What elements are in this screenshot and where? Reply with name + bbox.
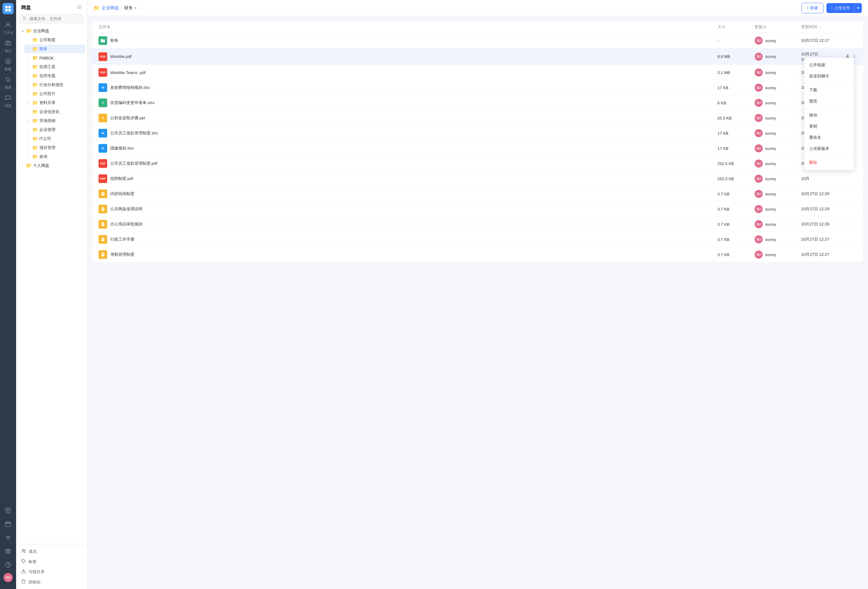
file-size: 3.7 KB (717, 192, 754, 196)
context-menu-rename[interactable]: 重命名 (804, 132, 854, 143)
sidebar-item-photos[interactable]: › 📁 公司照片 (24, 90, 85, 98)
sidebar-item-project[interactable]: 项目 (0, 37, 16, 56)
sidebar-label: 财务 (39, 46, 81, 52)
icon-bar-help[interactable] (3, 559, 13, 570)
context-menu-send-chat[interactable]: 发送到聊天 (804, 71, 854, 82)
sidebar-item-contracts[interactable]: › 📁 合同专题 (24, 72, 85, 80)
context-menu-download[interactable]: 下载 (804, 84, 854, 96)
file-name[interactable]: 内部转岗制度 (110, 191, 134, 197)
sidebar-collapse-icon[interactable] (77, 4, 82, 11)
message-icon (5, 95, 11, 103)
file-name[interactable]: 公积金提取步骤.ppt (110, 115, 145, 121)
sort-icon[interactable]: ↓ (819, 25, 821, 29)
file-updater: SU sunny (754, 114, 801, 122)
context-menu-preview[interactable]: 预览 (804, 96, 854, 107)
icon-bar-list[interactable] (3, 532, 13, 543)
sidebar-item-marketing[interactable]: › 📁 市场营销 (24, 116, 85, 125)
file-name[interactable]: 公共网盘使用说明 (110, 206, 143, 212)
sidebar-item-company-rules[interactable]: › 📁 公司制度 (24, 35, 85, 44)
upload-dropdown-button[interactable]: ▾ (855, 3, 862, 13)
file-update-time: 10月27日 12:29 (801, 206, 857, 212)
sidebar-label: 应用工具 (39, 64, 81, 70)
file-name[interactable]: 考勤管理制度 (110, 252, 134, 257)
sidebar-item-it-info[interactable]: › 📁 企业信息化 (24, 107, 85, 116)
file-name[interactable]: 财务 (110, 38, 118, 43)
icon-bar-cube[interactable] (3, 546, 13, 557)
updater-avatar: SU (754, 129, 763, 137)
file-name[interactable]: 办公用品审批规则 (110, 221, 143, 227)
folder-icon: 📁 (32, 136, 38, 141)
context-menu-public-link[interactable]: 公开链接 (804, 59, 854, 71)
file-size: 3.1 MB (717, 70, 754, 75)
updater-avatar: SU (754, 159, 763, 168)
sidebar-personal-root[interactable]: › 📁 个人网盘 (18, 161, 85, 170)
new-button[interactable]: + 新建 (802, 3, 824, 13)
file-name[interactable]: Worktile.pdf (110, 54, 131, 59)
sidebar-item-resources[interactable]: › 📁 资料共享 (24, 99, 85, 107)
file-name[interactable]: 团建规则.doc (110, 146, 134, 151)
svg-point-11 (8, 566, 8, 567)
file-name-cell: 行政工作手册 (99, 235, 717, 244)
user-avatar[interactable]: SU (3, 573, 13, 582)
breadcrumb-folder-icon: 📁 (93, 5, 100, 11)
chevron-right-icon: › (27, 56, 31, 60)
sidebar-shared[interactable]: 与我共享 (16, 567, 87, 577)
updater-name: sunny (765, 70, 776, 75)
personal-folder-icon: 📁 (26, 163, 32, 168)
breadcrumb-root[interactable]: 企业网盘 (102, 5, 119, 11)
breadcrumb-dropdown-icon[interactable]: ▾ (135, 6, 137, 10)
file-updater: SU sunny (754, 144, 801, 152)
sidebar-label: 项目管理 (39, 145, 81, 150)
file-name[interactable]: 公司员工借款管理制度.doc (110, 130, 158, 136)
updater-avatar: SU (754, 250, 763, 259)
divider (804, 83, 854, 83)
sidebar-members[interactable]: 成员 (16, 546, 87, 557)
sidebar-enterprise-root[interactable]: ▾ 📁 企业网盘 (18, 27, 85, 35)
file-name-cell: 内部转岗制度 (99, 190, 717, 198)
file-name[interactable]: 招聘制度.pdf (110, 176, 133, 181)
sidebar-tags[interactable]: 标签 (16, 557, 87, 567)
icon-bar-files[interactable] (3, 505, 13, 516)
sidebar-label: 企业信息化 (39, 109, 81, 115)
file-name[interactable]: 行政工作手册 (110, 237, 134, 242)
upload-file-button[interactable]: ↑ 上传文件 (827, 3, 855, 13)
file-name[interactable]: Worktile Teams .pdf (110, 70, 146, 75)
header-name: 文件名 (99, 24, 717, 30)
context-menu-delete[interactable]: 删除 (804, 157, 854, 168)
ppt-type-icon: P (99, 113, 107, 122)
sidebar-item-finance[interactable]: › 📁 财务 (24, 44, 85, 53)
file-name-cell: PDF Worktile Teams .pdf (99, 68, 717, 77)
icon-bar-calendar[interactable] (3, 518, 13, 530)
sidebar-item-tools[interactable]: › 📁 应用工具 (24, 63, 85, 71)
breadcrumb-separator: › (121, 6, 123, 10)
table-row: W 公司员工借款管理制度.doc 17 KB SU sunny 10月 (92, 126, 863, 141)
context-menu-move[interactable]: 移动 (804, 110, 854, 121)
sidebar-item-message[interactable]: 消息 (0, 92, 16, 110)
context-menu-upload-version[interactable]: 上传新版本 (804, 143, 854, 154)
app-logo[interactable] (3, 3, 13, 14)
sidebar-item-management[interactable]: › 📁 企业管理 (24, 125, 85, 134)
sidebar-item-consulting[interactable]: › 📁 咨询 (24, 152, 85, 161)
svg-point-19 (854, 57, 855, 57)
sidebar-item-it[interactable]: › 📁 IT公司 (24, 134, 85, 143)
sidebar-search[interactable] (20, 14, 83, 23)
updater-avatar: SU (754, 68, 763, 77)
file-updater: SU sunny (754, 53, 801, 61)
sidebar-item-search[interactable]: 搜索 (0, 74, 16, 92)
context-menu-copy[interactable]: 复制 (804, 121, 854, 132)
pdf-type-icon: PDF (99, 174, 107, 183)
file-updater: SU sunny (754, 205, 801, 213)
file-name[interactable]: 差旅费用报销规则.doc (110, 85, 150, 90)
file-name[interactable]: 公司员工借款管理制度.pdf (110, 161, 157, 166)
sidebar-item-pm[interactable]: › 📁 项目管理 (24, 143, 85, 152)
file-updater: SU sunny (754, 220, 801, 228)
trash-icon (21, 579, 26, 585)
sidebar-item-pmbok[interactable]: › 📁 PMBOK (24, 54, 85, 62)
file-name[interactable]: 存货编码变更申请单.xlsx (110, 100, 155, 106)
sidebar-item-industry[interactable]: › 📁 行业分析报告 (24, 81, 85, 89)
table-row: X 存货编码变更申请单.xlsx 6 KB SU sunny 10月 (92, 96, 863, 110)
sidebar-trash[interactable]: 回收站 (16, 577, 87, 587)
sidebar-item-workbench[interactable]: 工作台 (0, 19, 16, 37)
search-input[interactable] (20, 14, 83, 23)
sidebar-item-new[interactable]: 新建 (0, 56, 16, 74)
